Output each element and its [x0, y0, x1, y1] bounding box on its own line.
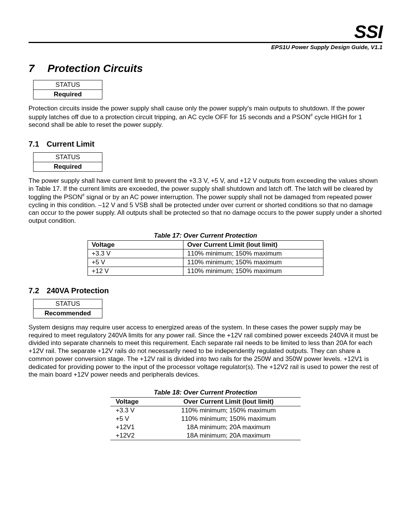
table18-wrap: Table 18: Over Current Protection Voltag…: [110, 389, 301, 440]
cell: +12V1: [110, 423, 156, 431]
subsection-title: Current Limit: [47, 140, 95, 148]
status-box-section: STATUS Required: [33, 80, 102, 99]
cell: +3.3 V: [110, 406, 156, 415]
section-heading: 7 Protection Circuits: [29, 62, 382, 75]
subsection-title: 240VA Protection: [47, 286, 109, 295]
table17-h1: Over Current Limit (Iout limit): [183, 240, 323, 249]
status-box-71: STATUS Required: [33, 152, 102, 172]
body-72: System designs may require user access t…: [29, 324, 382, 379]
section-title: Protection Circuits: [48, 62, 143, 74]
status-value: Recommended: [33, 308, 102, 318]
doc-version: EPS1U Power Supply Design Guide, V1.1: [29, 44, 382, 50]
logo: SSI: [29, 23, 382, 41]
table-row: +12V2 18A minimum; 20A maximum: [110, 431, 301, 440]
status-label: STATUS: [33, 299, 102, 308]
cell: +5 V: [110, 415, 156, 423]
table17: Voltage Over Current Limit (Iout limit) …: [88, 240, 323, 276]
cell: +12V2: [110, 431, 156, 440]
cell: 110% minimum; 150% maximum: [183, 267, 323, 275]
cell: +3.3 V: [88, 249, 183, 258]
header-rule: [29, 42, 382, 43]
status-label: STATUS: [33, 153, 102, 162]
table18-h0: Voltage: [110, 398, 156, 406]
status-value: Required: [33, 89, 102, 99]
section-intro: Protection circuits inside the power sup…: [29, 105, 382, 129]
cell: +5 V: [88, 258, 183, 267]
cell: 18A minimum; 20A maximum: [156, 423, 301, 431]
section-number: 7: [29, 62, 45, 75]
table18-h1: Over Current Limit (Iout limit): [156, 398, 301, 406]
cell: 110% minimum; 150% maximum: [183, 258, 323, 267]
table-row: +5 V 110% minimum; 150% maximum: [110, 415, 301, 423]
body-71: The power supply shall have current limi…: [29, 177, 382, 225]
subsection-heading-71: 7.1 Current Limit: [29, 140, 382, 149]
table18: Voltage Over Current Limit (Iout limit) …: [110, 397, 301, 440]
table17-wrap: Table 17: Over Current Protection Voltag…: [88, 232, 323, 276]
cell: 18A minimum; 20A maximum: [156, 431, 301, 440]
table17-h0: Voltage: [88, 240, 183, 249]
status-box-72: STATUS Recommended: [33, 299, 102, 318]
table18-caption: Table 18: Over Current Protection: [110, 389, 301, 396]
status-value: Required: [33, 162, 102, 171]
cell: 110% minimum; 150% maximum: [156, 415, 301, 423]
subsection-heading-72: 7.2 240VA Protection: [29, 286, 382, 295]
cell: +12 V: [88, 267, 183, 275]
table17-caption: Table 17: Over Current Protection: [88, 232, 323, 240]
table-row: +12 V 110% minimum; 150% maximum: [88, 267, 323, 275]
table-row: +5 V 110% minimum; 150% maximum: [88, 258, 323, 267]
table-row: +3.3 V 110% minimum; 150% maximum: [88, 249, 323, 258]
table-row: +3.3 V 110% minimum; 150% maximum: [110, 406, 301, 415]
subsection-number: 7.1: [29, 140, 45, 149]
subsection-number: 7.2: [29, 286, 45, 295]
cell: 110% minimum; 150% maximum: [183, 249, 323, 258]
status-label: STATUS: [33, 80, 102, 89]
cell: 110% minimum; 150% maximum: [156, 406, 301, 415]
table-row: +12V1 18A minimum; 20A maximum: [110, 423, 301, 431]
page: SSI EPS1U Power Supply Design Guide, V1.…: [0, 0, 411, 532]
